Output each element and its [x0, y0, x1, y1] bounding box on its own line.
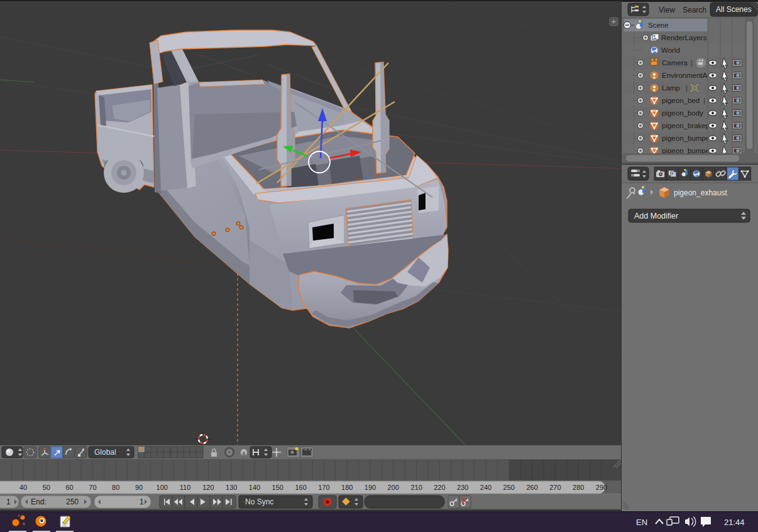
svg-text:80: 80 [112, 484, 119, 491]
svg-text:190: 190 [365, 484, 376, 491]
svg-text:210: 210 [410, 484, 422, 491]
svg-text:World: World [661, 46, 680, 54]
svg-text:170: 170 [318, 484, 329, 491]
svg-text:Search: Search [683, 6, 706, 14]
svg-text:280: 280 [573, 484, 584, 491]
svg-text:40: 40 [19, 484, 27, 491]
svg-text:60: 60 [65, 484, 73, 491]
svg-text:120: 120 [202, 484, 214, 491]
svg-text:180: 180 [341, 484, 353, 491]
svg-text:260: 260 [526, 484, 537, 491]
svg-text:21:44: 21:44 [724, 518, 745, 527]
svg-text:|: | [703, 97, 705, 104]
svg-text:1: 1 [6, 497, 11, 506]
svg-text:270: 270 [549, 484, 561, 491]
svg-text:EN: EN [636, 518, 647, 527]
svg-text:50: 50 [43, 484, 50, 491]
svg-text:EnvironmentAr: EnvironmentAr [662, 72, 710, 79]
svg-text:pigeon_body: pigeon_body [662, 109, 703, 117]
svg-text:220: 220 [434, 484, 445, 491]
svg-text:|: | [691, 59, 693, 67]
svg-text:RenderLayers: RenderLayers [661, 34, 706, 41]
svg-text:Add Modifier: Add Modifier [634, 212, 678, 220]
svg-text:Scene: Scene [648, 21, 669, 29]
svg-text:pigeon_exhaust: pigeon_exhaust [674, 188, 727, 197]
svg-text:pigeon_brakep: pigeon_brakep [662, 122, 710, 129]
svg-text:|: | [686, 84, 688, 92]
svg-text:130: 130 [226, 484, 237, 491]
svg-text:70: 70 [89, 484, 96, 491]
svg-text:200: 200 [388, 484, 399, 491]
svg-text:250: 250 [66, 497, 79, 506]
svg-text:240: 240 [480, 484, 492, 491]
svg-text:90: 90 [135, 484, 143, 491]
svg-text:290: 290 [596, 484, 607, 491]
svg-text:100: 100 [157, 484, 168, 491]
svg-text:All Scenes: All Scenes [716, 5, 752, 14]
svg-text:230: 230 [457, 484, 468, 491]
svg-text:110: 110 [180, 484, 191, 491]
svg-text:140: 140 [249, 484, 260, 491]
svg-text:160: 160 [295, 484, 306, 491]
svg-text:pigeon_bed: pigeon_bed [662, 97, 700, 104]
svg-text:250: 250 [503, 484, 515, 491]
svg-text:View: View [659, 6, 675, 14]
svg-text:No Sync: No Sync [245, 497, 273, 506]
svg-text:1: 1 [140, 497, 144, 506]
svg-text:Lamp: Lamp [662, 84, 680, 92]
svg-text:End:: End: [31, 497, 47, 506]
svg-text:Camera: Camera [662, 59, 688, 67]
svg-text:pigeon_bumpe: pigeon_bumpe [662, 134, 710, 142]
svg-text:Global: Global [94, 448, 116, 457]
svg-text:150: 150 [272, 484, 283, 491]
